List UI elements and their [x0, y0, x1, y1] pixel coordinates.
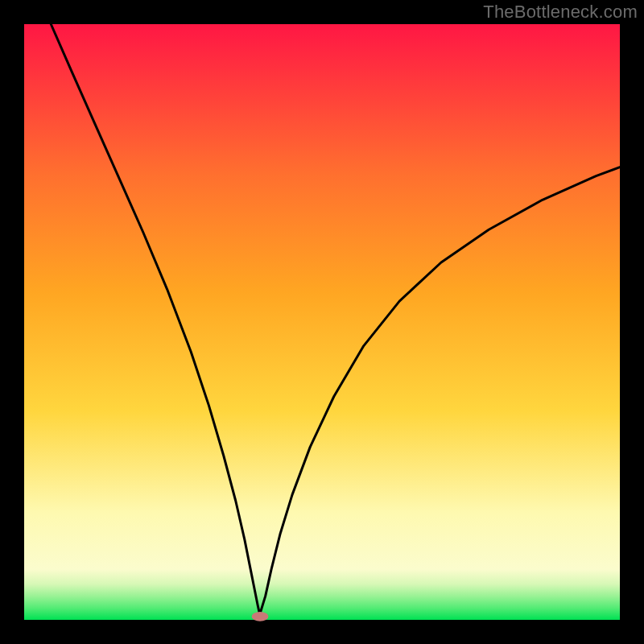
chart-frame: TheBottleneck.com	[0, 0, 644, 644]
plot-background	[24, 24, 620, 620]
bottleneck-chart	[0, 0, 644, 644]
optimal-point-marker	[252, 612, 269, 621]
